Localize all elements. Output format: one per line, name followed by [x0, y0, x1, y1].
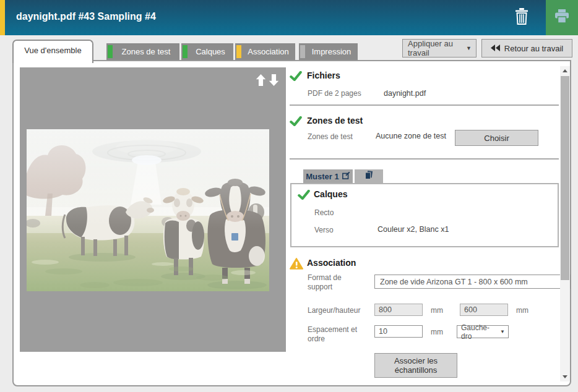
tab-status-indicator [108, 45, 113, 58]
scrollbar-thumb[interactable] [561, 76, 569, 280]
app-window: daynight.pdf #43 Sampling #4 [0, 0, 578, 392]
support-format-select[interactable]: Zone de vide Arizona GT 1 - 800 x 600 mm… [374, 275, 571, 289]
width-input [374, 304, 423, 316]
order-direction-select[interactable]: Gauche-dro ▼ [457, 325, 509, 338]
return-to-job-label: Retour au travail [504, 44, 563, 53]
section-title-zones-de-test: Zones de test [307, 116, 363, 126]
printer-icon [554, 9, 570, 27]
section-divider [290, 158, 559, 160]
height-input [460, 304, 508, 316]
associate-samples-button[interactable]: Associer les échantillons [374, 353, 457, 378]
delete-button[interactable] [512, 8, 531, 28]
tab-vue-densemble[interactable]: Vue d'ensemble [12, 40, 93, 63]
tab-status-indicator [236, 45, 241, 58]
rewind-icon [491, 44, 501, 53]
tab-calques[interactable]: Calques [181, 43, 233, 60]
tab-muster-1[interactable]: Muster 1 [303, 169, 353, 183]
trash-icon [514, 8, 529, 28]
details-scrollbar[interactable] [560, 66, 570, 381]
tab-label: Association [248, 47, 288, 56]
page-down-button[interactable] [269, 74, 279, 86]
check-icon [290, 71, 302, 81]
spacing-input[interactable] [374, 325, 423, 338]
warning-icon [290, 258, 303, 270]
apply-to-job-dropdown[interactable]: Appliquer au travail ▼ [402, 39, 477, 58]
tab-label: Calques [196, 47, 225, 56]
apply-to-job-label: Appliquer au travail [408, 39, 464, 58]
section-title-association: Association [307, 258, 356, 268]
page-up-button[interactable] [256, 74, 266, 86]
file-pages-label: PDF de 2 pages [308, 89, 361, 98]
tab-label: Vue d'ensemble [24, 46, 81, 55]
arrow-down-icon [269, 77, 279, 88]
unit-mm: mm [516, 306, 528, 315]
print-button[interactable] [546, 0, 578, 35]
return-to-job-button[interactable]: Retour au travail [481, 39, 572, 58]
associate-samples-label: Associer les échantillons [384, 356, 448, 375]
calques-panel: Calques Recto Verso Couleur x2, Blanc x1 [290, 183, 559, 247]
tab-status-indicator [300, 45, 305, 58]
zones-label: Zones de test [308, 132, 353, 142]
dropdown-caret-icon: ▼ [500, 329, 505, 334]
preview-photo-cows-ufo [27, 129, 269, 291]
muster-tab-label: Muster 1 [306, 172, 339, 181]
window-title: daynight.pdf #43 Sampling #4 [16, 11, 156, 22]
page-preview [20, 67, 286, 352]
choose-test-zone-button[interactable]: Choisir [455, 130, 538, 146]
tab-status-indicator [183, 45, 188, 58]
check-icon [298, 190, 310, 200]
zones-value: Aucune zone de test [376, 132, 446, 140]
scroll-up-button[interactable] [560, 66, 570, 75]
file-name-value: daynight.pdf [384, 89, 426, 98]
tab-label: Impression [312, 47, 352, 56]
unit-mm: mm [431, 306, 443, 315]
tab-impression[interactable]: Impression [299, 43, 358, 60]
recto-label: Recto [314, 208, 334, 218]
choose-button-label: Choisir [484, 134, 509, 143]
support-format-value: Zone de vide Arizona GT 1 - 800 x 600 mm [380, 278, 528, 286]
title-bar: daynight.pdf #43 Sampling #4 [0, 0, 578, 35]
copy-icon [364, 171, 373, 182]
arrow-up-icon [256, 77, 266, 88]
scroll-down-button[interactable] [560, 372, 570, 381]
check-icon [290, 116, 302, 126]
verso-value: Couleur x2, Blanc x1 [377, 225, 449, 234]
triangle-up-icon [563, 69, 567, 72]
tab-association[interactable]: Association [235, 43, 295, 60]
triangle-down-icon [563, 375, 567, 378]
edit-icon [342, 171, 350, 181]
verso-label: Verso [314, 226, 334, 235]
section-title-calques: Calques [314, 189, 347, 199]
section-title-fichiers: Fichiers [307, 70, 340, 80]
section-divider [290, 104, 559, 106]
width-height-label: Largeur/hauteur [308, 306, 360, 315]
overview-panel: Fichiers PDF de 2 pages daynight.pdf Zon… [12, 60, 571, 386]
tab-label: Zones de test [122, 47, 171, 56]
spacing-order-label: Espacement et ordre [308, 325, 366, 344]
dropdown-caret-icon: ▼ [466, 45, 472, 51]
duplicate-muster-tab[interactable] [355, 169, 383, 183]
order-direction-value: Gauche-dro [461, 323, 498, 341]
accent-stripe [0, 0, 5, 35]
unit-mm: mm [431, 328, 443, 337]
format-support-label: Format de support [308, 273, 366, 292]
tab-zones-de-test[interactable]: Zones de test [106, 43, 179, 60]
